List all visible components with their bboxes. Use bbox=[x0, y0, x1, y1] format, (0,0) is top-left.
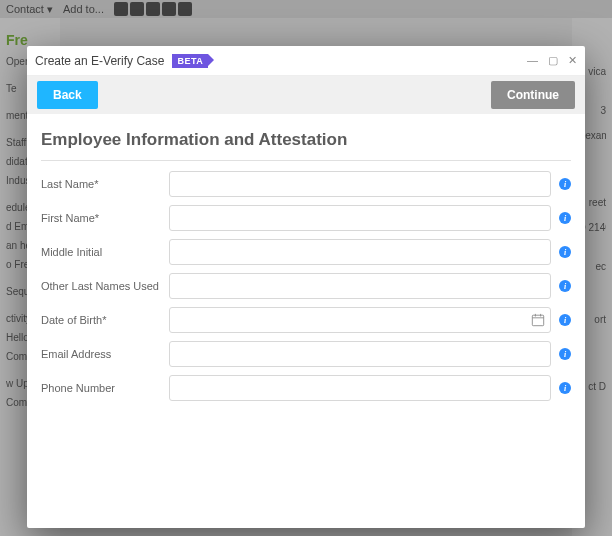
maximize-icon[interactable]: ▢ bbox=[548, 55, 558, 66]
field-row-first-name: First Name* bbox=[41, 205, 571, 231]
info-icon[interactable] bbox=[559, 212, 571, 224]
info-icon[interactable] bbox=[559, 246, 571, 258]
phone-label: Phone Number bbox=[41, 382, 169, 394]
first-name-label: First Name* bbox=[41, 212, 169, 224]
email-label: Email Address bbox=[41, 348, 169, 360]
back-button[interactable]: Back bbox=[37, 81, 98, 109]
info-icon[interactable] bbox=[559, 280, 571, 292]
modal-title-text: Create an E-Verify Case bbox=[35, 54, 164, 68]
field-row-last-name: Last Name* bbox=[41, 171, 571, 197]
last-name-input[interactable] bbox=[169, 171, 551, 197]
continue-button[interactable]: Continue bbox=[491, 81, 575, 109]
modal-body: Employee Information and Attestation Las… bbox=[27, 114, 585, 528]
calendar-icon[interactable] bbox=[531, 313, 545, 327]
other-last-names-input[interactable] bbox=[169, 273, 551, 299]
last-name-label: Last Name* bbox=[41, 178, 169, 190]
phone-input[interactable] bbox=[169, 375, 551, 401]
modal-titlebar: Create an E-Verify Case BETA — ▢ ✕ bbox=[27, 46, 585, 76]
field-row-middle-initial: Middle Initial bbox=[41, 239, 571, 265]
first-name-input[interactable] bbox=[169, 205, 551, 231]
dob-input[interactable] bbox=[169, 307, 551, 333]
middle-initial-input[interactable] bbox=[169, 239, 551, 265]
info-icon[interactable] bbox=[559, 178, 571, 190]
middle-initial-label: Middle Initial bbox=[41, 246, 169, 258]
field-row-email: Email Address bbox=[41, 341, 571, 367]
email-input[interactable] bbox=[169, 341, 551, 367]
info-icon[interactable] bbox=[559, 314, 571, 326]
info-icon[interactable] bbox=[559, 382, 571, 394]
section-title: Employee Information and Attestation bbox=[41, 124, 571, 160]
section-divider bbox=[41, 160, 571, 161]
dob-label: Date of Birth* bbox=[41, 314, 169, 326]
other-last-names-label: Other Last Names Used bbox=[41, 280, 169, 292]
field-row-phone: Phone Number bbox=[41, 375, 571, 401]
field-row-other-last-names: Other Last Names Used bbox=[41, 273, 571, 299]
modal-actionbar: Back Continue bbox=[27, 76, 585, 114]
svg-rect-0 bbox=[532, 315, 543, 326]
beta-badge: BETA bbox=[172, 54, 208, 68]
info-icon[interactable] bbox=[559, 348, 571, 360]
field-row-dob: Date of Birth* bbox=[41, 307, 571, 333]
close-icon[interactable]: ✕ bbox=[568, 55, 577, 66]
minimize-icon[interactable]: — bbox=[527, 55, 538, 66]
everify-modal: Create an E-Verify Case BETA — ▢ ✕ Back … bbox=[27, 46, 585, 528]
